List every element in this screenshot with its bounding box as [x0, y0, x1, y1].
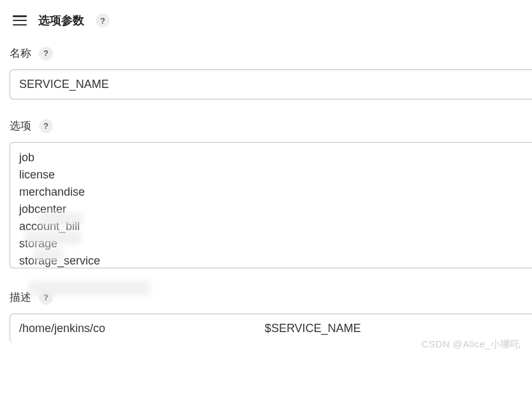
description-input[interactable] — [10, 314, 532, 343]
help-icon-options[interactable]: ? — [39, 119, 53, 133]
menu-icon[interactable] — [13, 15, 27, 25]
name-input[interactable] — [10, 69, 532, 99]
name-label: 名称 — [10, 46, 31, 61]
help-icon-name[interactable]: ? — [39, 47, 53, 61]
options-label: 选项 — [10, 119, 31, 133]
description-label: 描述 — [10, 290, 31, 305]
options-textarea[interactable] — [10, 142, 532, 268]
help-icon-description[interactable]: ? — [39, 291, 53, 305]
page-title: 选项参数 — [38, 13, 84, 28]
help-icon-header[interactable]: ? — [96, 13, 110, 27]
